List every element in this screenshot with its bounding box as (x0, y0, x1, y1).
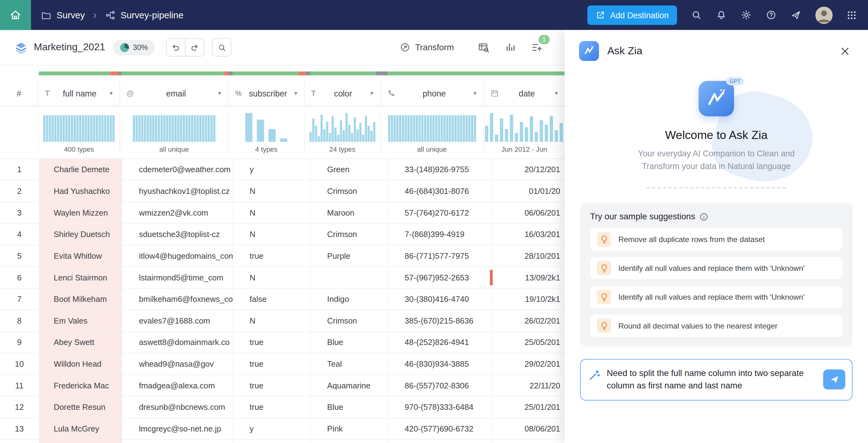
cell-phone[interactable]: 30-(380)416-4740 (388, 289, 493, 309)
suggestion-item[interactable]: Round all decimal values to the nearest … (590, 315, 843, 336)
cell-color[interactable]: Green (310, 159, 388, 180)
histogram-email[interactable]: all unique (119, 113, 228, 153)
cell-date[interactable]: 22/11/20 (493, 375, 564, 396)
cell-color[interactable]: Blue (310, 332, 388, 353)
cell-subscriber[interactable]: N (232, 310, 310, 331)
cell-email[interactable]: itlow4@hugedomains_com (122, 245, 232, 266)
redo-button[interactable] (185, 38, 205, 56)
info-icon[interactable] (700, 212, 708, 221)
cell-color[interactable]: Crimson (310, 181, 388, 202)
cell-phone[interactable]: 7-(868)399-4919 (388, 224, 493, 245)
row-number[interactable]: 5 (0, 245, 39, 266)
cell-fullname[interactable]: Willdon Head (39, 353, 122, 375)
cell-color[interactable]: Blue (310, 397, 388, 418)
cell-phone[interactable]: 420-(577)690-6732 (388, 418, 493, 439)
column-stats-icon[interactable] (505, 42, 516, 53)
histogram-color[interactable]: 24 types (304, 113, 380, 153)
cell-subscriber[interactable]: y (232, 159, 310, 180)
cell-subscriber[interactable]: true (232, 332, 310, 353)
cell-phone[interactable]: 48-(252)826-4941 (388, 332, 493, 353)
cell-fullname[interactable]: Fredericka Mac (39, 375, 122, 396)
row-number[interactable]: 4 (0, 224, 39, 245)
column-header-date[interactable]: date▾ (483, 80, 565, 106)
cell-email[interactable]: wmizzen2@vk.com (122, 202, 232, 224)
cell-date[interactable]: 19/10/2k1 (493, 289, 564, 309)
cell-date[interactable]: 20/12/201 (493, 159, 564, 180)
help-icon[interactable] (766, 9, 777, 21)
cell-subscriber[interactable]: true (232, 245, 310, 266)
cell-subscriber[interactable]: N (232, 202, 310, 224)
cell-color[interactable]: Indigo (310, 289, 388, 309)
notifications-icon[interactable] (716, 9, 727, 21)
preview-data-icon[interactable] (478, 41, 490, 53)
chevron-down-icon[interactable]: ▾ (370, 89, 374, 96)
cell-color[interactable]: Aquamarine (310, 375, 388, 396)
cell-email[interactable]: evales7@1688.com (122, 310, 232, 331)
send-button[interactable] (823, 370, 845, 390)
row-number[interactable]: 2 (0, 181, 39, 202)
cell-fullname[interactable]: Abey Swett (39, 332, 122, 353)
add-destination-button[interactable]: Add Destination (587, 5, 677, 25)
cell-email[interactable]: lstairmond5@time_com (122, 267, 232, 288)
column-header-phone[interactable]: phone▾ (380, 80, 483, 106)
cell-subscriber[interactable]: y (232, 418, 310, 439)
cell-phone[interactable]: 385-(670)215-8636 (388, 310, 493, 331)
cell-subscriber[interactable]: N (232, 267, 310, 288)
transform-button[interactable]: Transform (400, 42, 454, 53)
cell-phone[interactable]: 7-(784)587-1439 (388, 440, 493, 443)
cell-date[interactable]: 25/01/201 (493, 397, 564, 418)
column-header-subscriber[interactable]: %subscriber▾ (228, 80, 304, 106)
cell-subscriber[interactable]: true (232, 353, 310, 375)
cell-email[interactable]: bmilkeham6@foxnews_co (122, 289, 232, 309)
cell-color[interactable]: Pink (310, 418, 388, 439)
cell-color[interactable]: Purple (310, 245, 388, 266)
cell-email[interactable]: whead9@nasa@gov (122, 353, 232, 375)
undo-button[interactable] (166, 38, 186, 56)
cell-fullname[interactable]: Charlie Demete (39, 159, 122, 180)
breadcrumb-project[interactable]: Survey (41, 10, 85, 20)
cell-date[interactable]: 13/09/2k1 (493, 267, 564, 288)
zia-prompt-input[interactable]: Need to split the full name column into … (580, 359, 852, 401)
home-button[interactable] (0, 0, 31, 30)
cell-email[interactable]: jjanikowskid@bbc.co.uk (122, 440, 232, 443)
row-number[interactable]: 7 (0, 289, 39, 309)
cell-fullname[interactable]: Had Yushachko (39, 181, 122, 202)
rocket-icon[interactable] (790, 9, 802, 21)
cell-email[interactable]: cdemeter0@weather.com (122, 159, 232, 180)
histogram-phone[interactable]: all unique (380, 113, 483, 153)
cell-color[interactable]: Teal (310, 353, 388, 375)
cell-email[interactable]: fmadgea@alexa.com (122, 375, 232, 396)
row-number[interactable]: 8 (0, 310, 39, 331)
cell-date[interactable]: 01/01/20 (493, 181, 564, 202)
row-number[interactable]: 11 (0, 375, 39, 396)
settings-gear-icon[interactable] (741, 9, 752, 21)
cell-fullname[interactable]: Lula McGrey (39, 418, 122, 439)
row-number[interactable]: 6 (0, 267, 39, 288)
cell-fullname[interactable]: Waylen Mizzen (39, 202, 122, 224)
cell-fullname[interactable]: Shirley Duetsch (39, 224, 122, 245)
column-header-color[interactable]: Tcolor▾ (304, 80, 380, 106)
cell-phone[interactable]: 86-(771)577-7975 (388, 245, 493, 266)
suggestion-item[interactable]: Identify all null values and replace the… (590, 286, 843, 308)
cell-subscriber[interactable]: true (232, 397, 310, 418)
row-number[interactable]: 10 (0, 353, 39, 375)
suggestion-item[interactable]: Remove all duplicate rows from the datas… (590, 228, 843, 250)
cell-phone[interactable]: 57-(967)952-2653 (388, 267, 493, 288)
cell-date[interactable]: 01/04/20 (493, 440, 564, 443)
chevron-down-icon[interactable]: ▾ (473, 89, 476, 96)
cell-phone[interactable]: 33-(148)926-9755 (388, 159, 493, 180)
row-number[interactable]: 9 (0, 332, 39, 353)
cell-phone[interactable]: 46-(684)301-8076 (388, 181, 493, 202)
cell-date[interactable]: 29/02/201 (493, 353, 564, 375)
cell-date[interactable]: 08/06/201 (493, 418, 564, 439)
histogram-date[interactable]: Jun 2012 - Jun (483, 113, 565, 153)
cell-fullname[interactable]: Boot Milkeham (39, 289, 122, 309)
cell-color[interactable]: Crimson (310, 310, 388, 331)
cell-phone[interactable]: 970-(578)333-6484 (388, 397, 493, 418)
user-avatar[interactable] (815, 6, 832, 24)
row-number[interactable]: 3 (0, 202, 39, 224)
cell-phone[interactable]: 86-(557)702-8306 (388, 375, 493, 396)
cell-subscriber[interactable]: N (232, 224, 310, 245)
row-number[interactable]: 13 (0, 418, 39, 439)
cell-fullname[interactable]: Lenci Stairmon (39, 267, 122, 288)
